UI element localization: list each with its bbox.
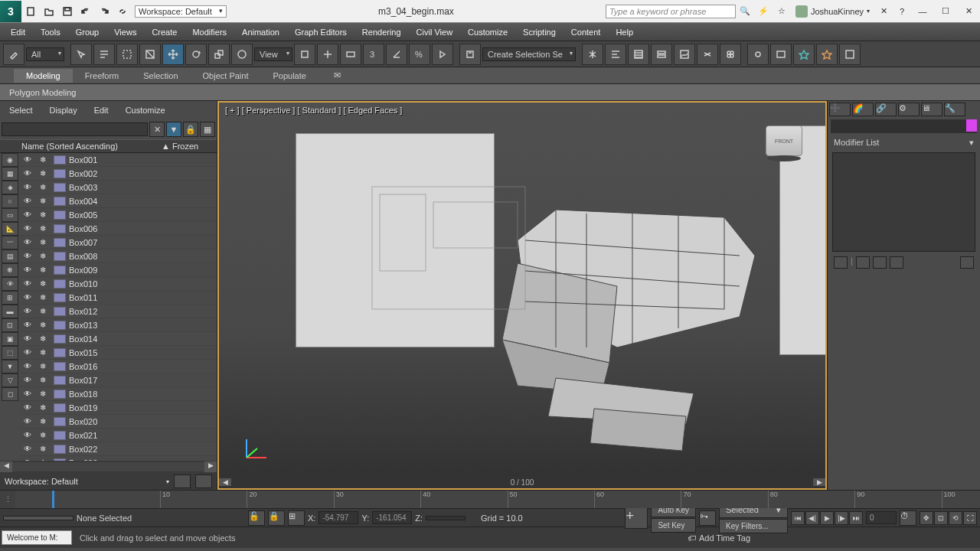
list-item[interactable]: 👁❄Box011 [20,291,217,305]
freeze-icon[interactable]: ❄ [35,307,51,315]
selection-lock-icon[interactable]: ⊞ [288,510,305,526]
scene-search-input[interactable] [2,122,148,136]
visibility-icon[interactable]: 👁 [20,362,35,370]
filter-type-2[interactable]: ◈ [2,181,18,194]
ribbon-tab-populate[interactable]: Populate [260,69,318,83]
key-mode-icon[interactable]: 🗝 [699,510,716,526]
search-input[interactable]: Type a keyword or phrase [606,5,736,18]
freeze-icon[interactable]: ❄ [35,252,51,260]
ribbon-tab-selection[interactable]: Selection [131,69,190,83]
mirror-icon[interactable] [582,44,603,65]
filter-type-1[interactable]: ▦ [2,167,18,181]
menu-edit[interactable]: Edit [3,25,33,39]
layers-icon[interactable] [174,474,191,488]
scene-tab-select[interactable]: Select [2,103,41,117]
close-button[interactable]: ✕ [957,2,980,21]
filter-type-16[interactable]: ▽ [2,373,18,387]
scale-tool[interactable] [208,44,230,65]
freeze-icon[interactable]: ❄ [35,238,51,246]
visibility-icon[interactable]: 👁 [20,155,35,164]
configure-mod-icon[interactable] [960,256,974,269]
named-selection-dropdown[interactable]: Create Selection Se [482,47,576,61]
freeze-icon[interactable]: ❄ [35,362,51,370]
scene-tab-edit[interactable]: Edit [87,103,116,117]
filter-type-5[interactable]: 📐 [2,222,18,236]
rect-select-icon[interactable] [116,44,138,65]
list-item[interactable]: 👁❄Box021 [20,429,217,442]
pan-view-icon[interactable]: ✥ [920,511,933,525]
menu-modifiers[interactable]: Modifiers [185,25,234,39]
favorite-icon[interactable]: ☆ [773,3,790,20]
keyboard-shortcut-icon[interactable] [340,44,361,65]
orbit-icon[interactable]: ⟲ [949,511,962,525]
user-account[interactable]: JoshuaKinney▾ [795,5,870,18]
hierarchy-tab-icon[interactable]: 🔗 [875,103,897,116]
current-frame-field[interactable]: 0 [866,511,897,524]
filter-type-4[interactable]: ▭ [2,208,18,222]
freeze-icon[interactable]: ❄ [35,445,51,453]
render-last-icon[interactable] [839,44,861,65]
playhead[interactable] [52,491,54,508]
freeze-icon[interactable]: ❄ [35,403,51,412]
maximize-button[interactable]: ☐ [934,2,957,21]
menu-create[interactable]: Create [144,25,185,39]
filter-type-15[interactable]: ▼ [2,360,18,373]
timeline-config-icon[interactable]: ⋮ [0,494,15,504]
visibility-icon[interactable]: 👁 [20,252,35,260]
select-by-name-icon[interactable] [93,44,115,65]
zoom-extents-icon[interactable]: ⊡ [934,511,948,525]
freeze-icon[interactable]: ❄ [35,417,51,425]
connect-icon[interactable]: ⚡ [755,3,772,20]
menu-tools[interactable]: Tools [33,25,68,39]
freeze-icon[interactable]: ❄ [35,293,51,302]
list-item[interactable]: 👁❄Box015 [20,346,217,360]
keyfilters-button[interactable]: Key Filters... [719,519,788,533]
freeze-icon[interactable]: ❄ [35,279,51,288]
lock-icon[interactable]: 🔒 [183,122,198,137]
render-production-icon[interactable] [793,44,815,65]
list-item[interactable]: 👁❄Box004 [20,194,217,208]
prev-frame-icon[interactable]: ◀| [805,511,819,525]
schematic-view-icon[interactable] [697,44,718,65]
visibility-icon[interactable]: 👁 [20,197,35,205]
filter-type-6[interactable]: 〰 [2,236,18,249]
freeze-icon[interactable]: ❄ [35,183,51,191]
visibility-icon[interactable]: 👁 [20,334,35,343]
maximize-viewport-icon[interactable]: ⛶ [963,511,977,525]
list-item[interactable]: 👁❄Box005 [20,208,217,222]
play-icon[interactable]: ▶ [820,511,834,525]
viewport[interactable]: FRONT [ + ] [ Perspective ] [ Standard ]… [217,101,827,490]
add-time-tag[interactable]: Add Time Tag [699,533,750,543]
list-item[interactable]: 👁❄Box020 [20,415,217,429]
setkey-button[interactable]: Set Key [651,518,696,533]
pin-stack-icon[interactable] [834,256,848,269]
viewport-label[interactable]: [ + ] [ Perspective ] [ Standard ] [ Edg… [225,106,402,115]
ribbon-tab-freeform[interactable]: Freeform [73,69,132,83]
freeze-icon[interactable]: ❄ [35,431,51,439]
filter-icon[interactable]: ▼ [166,122,181,137]
hierarchy-icon[interactable] [195,474,212,488]
list-item[interactable]: 👁❄Box002 [20,167,217,181]
list-item[interactable]: 👁❄Box022 [20,442,217,456]
scene-tab-display[interactable]: Display [42,103,85,117]
rotate-tool[interactable] [185,44,207,65]
render-iterative-icon[interactable] [816,44,838,65]
list-item[interactable]: 👁❄Box009 [20,263,217,277]
list-item[interactable]: 👁❄Box017 [20,373,217,387]
freeze-icon[interactable]: ❄ [35,155,51,164]
menu-animation[interactable]: Animation [234,25,287,39]
remove-mod-icon[interactable] [890,256,903,269]
angle-snap-icon[interactable] [386,44,407,65]
ribbon-tab-modeling[interactable]: Modeling [14,69,73,83]
minimize-button[interactable]: — [911,2,934,21]
visibility-icon[interactable]: 👁 [20,293,35,302]
close-panel-icon[interactable]: ✕ [875,3,892,20]
next-frame-icon[interactable]: |▶ [835,511,848,525]
horizontal-scrollbar[interactable]: ◀▶ [0,461,217,473]
name-column[interactable]: Name (Sorted Ascending) [0,142,162,151]
list-item[interactable]: 👁❄Box007 [20,236,217,249]
make-unique-icon[interactable] [873,256,887,269]
y-value[interactable]: -161.054 [372,511,412,524]
filter-type-7[interactable]: ▤ [2,249,18,263]
menu-help[interactable]: Help [608,25,641,39]
